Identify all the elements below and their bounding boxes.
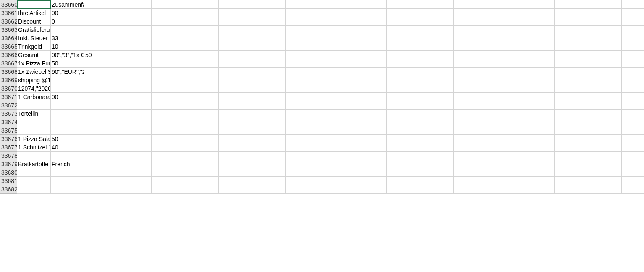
cell[interactable]: [185, 68, 219, 76]
cell[interactable]: [454, 68, 487, 76]
cell[interactable]: [252, 26, 286, 34]
cell[interactable]: [319, 51, 353, 59]
cell[interactable]: 90: [51, 93, 84, 101]
cell[interactable]: [252, 9, 286, 17]
cell[interactable]: [286, 168, 319, 177]
cell[interactable]: [219, 110, 252, 118]
cell[interactable]: [521, 185, 555, 194]
cell[interactable]: [487, 17, 521, 26]
cell[interactable]: [487, 143, 521, 152]
cell[interactable]: [588, 177, 622, 185]
cell[interactable]: [454, 59, 487, 68]
cell[interactable]: [387, 76, 420, 84]
cell[interactable]: [588, 34, 622, 42]
cell[interactable]: [555, 17, 588, 26]
cell[interactable]: [454, 9, 487, 17]
cell[interactable]: [219, 9, 252, 17]
cell[interactable]: [387, 42, 420, 51]
cell[interactable]: [219, 185, 252, 194]
cell[interactable]: 33: [51, 34, 84, 42]
cell[interactable]: [252, 177, 286, 185]
cell[interactable]: [51, 26, 84, 34]
cell[interactable]: [454, 93, 487, 101]
cell[interactable]: [152, 177, 185, 185]
cell[interactable]: [152, 0, 185, 9]
cell[interactable]: [84, 17, 118, 26]
row-header[interactable]: 33680: [0, 168, 17, 177]
cell[interactable]: [84, 76, 118, 84]
cell[interactable]: [319, 101, 353, 110]
cell[interactable]: [319, 68, 353, 76]
cell[interactable]: [252, 152, 286, 160]
cell[interactable]: 1x Zwiebel S: [17, 68, 51, 76]
row-header[interactable]: 33679: [0, 160, 17, 168]
cell[interactable]: [454, 143, 487, 152]
cell[interactable]: [387, 143, 420, 152]
cell[interactable]: [118, 126, 152, 135]
cell[interactable]: [118, 160, 152, 168]
cell[interactable]: [588, 126, 622, 135]
cell[interactable]: [118, 51, 152, 59]
cell[interactable]: [454, 177, 487, 185]
cell[interactable]: [387, 177, 420, 185]
cell[interactable]: [319, 34, 353, 42]
cell[interactable]: [387, 51, 420, 59]
cell[interactable]: [454, 152, 487, 160]
cell[interactable]: [252, 143, 286, 152]
cell[interactable]: Ihre Artikel: [17, 9, 51, 17]
cell[interactable]: [555, 101, 588, 110]
cell[interactable]: [152, 135, 185, 143]
cell[interactable]: [319, 26, 353, 34]
cell[interactable]: [84, 185, 118, 194]
cell[interactable]: [588, 168, 622, 177]
cell[interactable]: [84, 168, 118, 177]
cell[interactable]: [420, 51, 454, 59]
cell[interactable]: [588, 51, 622, 59]
cell[interactable]: [252, 110, 286, 118]
cell[interactable]: [51, 118, 84, 126]
cell[interactable]: [555, 185, 588, 194]
cell[interactable]: [588, 17, 622, 26]
cell[interactable]: [487, 118, 521, 126]
cell[interactable]: [118, 152, 152, 160]
cell[interactable]: [252, 185, 286, 194]
cell[interactable]: [622, 42, 644, 51]
cell[interactable]: [152, 51, 185, 59]
cell[interactable]: [487, 126, 521, 135]
cell[interactable]: [521, 152, 555, 160]
cell[interactable]: [118, 17, 152, 26]
cell[interactable]: [588, 110, 622, 118]
cell[interactable]: [219, 152, 252, 160]
cell[interactable]: [152, 59, 185, 68]
cell[interactable]: [622, 160, 644, 168]
cell[interactable]: [521, 101, 555, 110]
cell[interactable]: [487, 93, 521, 101]
cell[interactable]: [319, 17, 353, 26]
cell[interactable]: [487, 168, 521, 177]
cell[interactable]: [319, 9, 353, 17]
cell[interactable]: [353, 51, 387, 59]
cell[interactable]: [118, 118, 152, 126]
cell[interactable]: [252, 34, 286, 42]
cell[interactable]: Discount: [17, 17, 51, 26]
cell[interactable]: [521, 17, 555, 26]
cell[interactable]: [152, 160, 185, 168]
cell[interactable]: [152, 84, 185, 93]
cell[interactable]: [118, 101, 152, 110]
cell[interactable]: [622, 168, 644, 177]
cell[interactable]: [454, 84, 487, 93]
cell[interactable]: [454, 135, 487, 143]
cell[interactable]: [185, 177, 219, 185]
cell[interactable]: [420, 177, 454, 185]
cell[interactable]: [387, 152, 420, 160]
cell[interactable]: [118, 168, 152, 177]
cell[interactable]: [521, 59, 555, 68]
cell[interactable]: [185, 34, 219, 42]
cell[interactable]: [622, 135, 644, 143]
cell[interactable]: Zusammenfassung: [51, 0, 84, 9]
cell[interactable]: [454, 26, 487, 34]
cell[interactable]: [588, 59, 622, 68]
cell[interactable]: [454, 17, 487, 26]
cell[interactable]: [219, 51, 252, 59]
cell[interactable]: [286, 152, 319, 160]
